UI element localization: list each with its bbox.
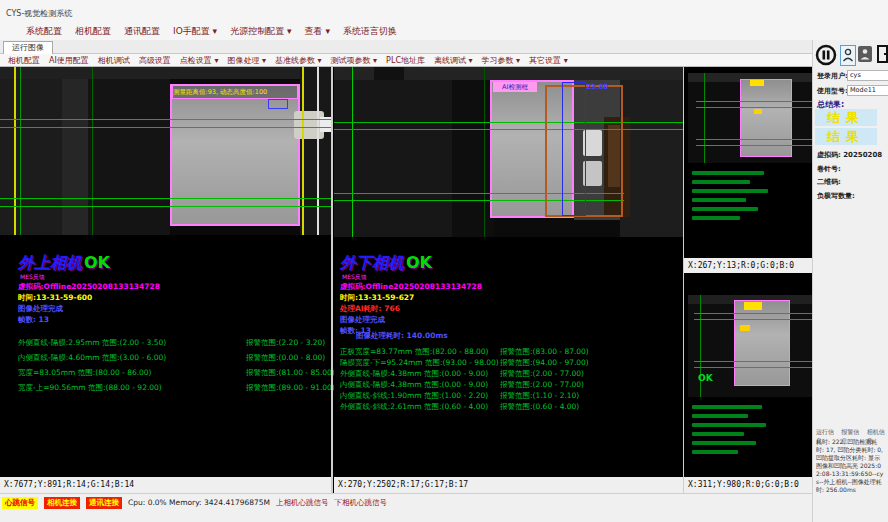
menu-bar: 系统配置 相机配置 通讯配置 IO手配置 ▾ 光源控制配置 ▾ 查看 ▾ 系统语…	[0, 22, 888, 40]
tool-offline-debug[interactable]: 离线调试 ▾	[434, 55, 473, 66]
yellow-marker	[744, 302, 762, 310]
measurement-row: 隔膜宽度-下=95.24mm 范围:(93.00 - 98.00)报警范围:(9…	[340, 358, 680, 369]
tool-learning-params[interactable]: 学习参数 ▾	[482, 55, 521, 66]
pixel-coords-left: X:7677;Y:891;R:14;G:14;B:14	[0, 477, 331, 493]
measurement-list: 正极宽度=83.77mm 范围:(82.00 - 88.00)报警范围:(83.…	[340, 347, 680, 413]
virtual-barcode: 虚拟码:Offline20250208133134728	[340, 281, 482, 292]
user-icon	[841, 46, 855, 64]
process-done: 图像处理完成	[18, 303, 160, 314]
status-ok: OK	[406, 253, 432, 272]
tool-plc-address[interactable]: PLC地址库	[386, 55, 425, 66]
measurement-row: 正极宽度=83.77mm 范围:(82.00 - 88.00)报警范围:(83.…	[340, 347, 680, 358]
menu-item-light-config[interactable]: 光源控制配置 ▾	[230, 25, 291, 38]
tool-spot-check[interactable]: 点检设置 ▾	[180, 55, 219, 66]
result-indicator-1: 结果	[815, 109, 877, 126]
exit-button[interactable]	[875, 44, 888, 64]
status-ok: OK	[698, 373, 713, 383]
pixel-coords-side-top: X:267;Y:13;R:0;G:0;B:0	[684, 258, 812, 273]
measure-line	[0, 119, 331, 120]
capture-time: 时间:13-31-59-600	[18, 292, 160, 303]
measurement-row: 宽度=83.05mm 范围:(80.00 - 86.00)报警范围:(81.00…	[18, 368, 328, 383]
menu-item-view[interactable]: 查看 ▾	[305, 25, 330, 38]
ai-measure-value: 23.80	[586, 83, 608, 91]
model-value[interactable]: Mode11	[847, 85, 888, 96]
measurement-row: 内侧直线-斜线:1.90mm 范围:(1.00 - 2.20)报警范围:(1.1…	[340, 391, 680, 402]
measurement-row: 外侧直线-斜线:2.61mm 范围:(0.60 - 4.00)报警范围:(0.6…	[340, 402, 680, 413]
barcode-label: 虚拟码: 20250208	[817, 150, 882, 160]
tool-other-settings[interactable]: 其它设置 ▾	[529, 55, 568, 66]
menu-item-io-config[interactable]: IO手配置 ▾	[173, 25, 217, 38]
yellow-marker	[750, 80, 764, 86]
measure-line	[0, 206, 331, 207]
tool-advanced-settings[interactable]: 高级设置	[139, 55, 171, 66]
upper-cam-heartbeat: 上相机心跳信号	[276, 497, 329, 508]
tool-ai-config[interactable]: AI使用配置	[49, 55, 89, 66]
result-indicator-2: 结果	[815, 128, 877, 145]
login-user-value[interactable]: cys	[847, 70, 888, 81]
tool-test-params[interactable]: 测试项参数 ▾	[331, 55, 378, 66]
pause-button[interactable]	[815, 44, 837, 66]
menu-item-camera-config[interactable]: 相机配置	[75, 25, 111, 38]
camera-view-side-bottom[interactable]: OK	[684, 273, 812, 477]
yellow-guide-line	[302, 67, 304, 235]
overlay-measure-label: 测量距离值:93, 动态高度值:100	[172, 85, 298, 99]
operator-button[interactable]	[858, 46, 872, 62]
window-titlebar: CYS-视觉检测系统	[0, 0, 888, 23]
white-edge-line	[317, 67, 319, 235]
control-side-panel: 登录用户: cys 使用型号: Mode11 总结果: 结果 结果 虚拟码: 2…	[812, 40, 888, 522]
camera-link-badge: 相机连接	[44, 497, 80, 509]
neg-count-label: 负极写数量:	[817, 191, 855, 201]
menu-item-language[interactable]: 系统语言切换	[343, 25, 397, 38]
yellow-guide-line	[14, 67, 16, 235]
lower-cam-heartbeat: 下相机心跳信号	[335, 497, 388, 508]
tool-baseline-params[interactable]: 基准线参数 ▾	[275, 55, 322, 66]
qrcode-label: 二维码:	[817, 177, 841, 187]
menu-item-comm-config[interactable]: 通讯配置	[124, 25, 160, 38]
log-text: 耗时: 222, 凹陷检测耗时: 17, 凹陷分类耗时: 0, 凹陷提取分区耗时…	[816, 438, 885, 494]
menu-item-system-config[interactable]: 系统配置	[26, 25, 62, 38]
model-label: 使用型号:	[817, 86, 848, 96]
measurement-row: 外侧直线-隔膜:4.38mm 范围:(0.00 - 9.00)报警范围:(2.0…	[340, 369, 680, 380]
result-info: 虚拟码:Offline20250208133134728 时间:13-31-59…	[18, 281, 160, 325]
measurement-row: 宽度-上=90.56mm 范围:(88.00 - 92.00)报警范围:(89.…	[18, 383, 328, 398]
tool-camera-config[interactable]: 相机配置	[8, 55, 40, 66]
yellow-marker	[740, 325, 750, 331]
measurement-list: 外侧直线-隔膜:2.95mm 范围:(2.00 - 3.50)报警范围:(2.2…	[18, 338, 328, 398]
tool-image-processing[interactable]: 图像处理 ▾	[227, 55, 266, 66]
toolbar: 相机配置 AI使用配置 相机调试 高级设置 点检设置 ▾ 图像处理 ▾ 基准线参…	[0, 54, 812, 67]
measure-line	[334, 122, 683, 123]
panel-divider	[331, 67, 333, 493]
measure-line	[334, 129, 683, 130]
tool-camera-debug[interactable]: 相机调试	[98, 55, 130, 66]
window-title: CYS-视觉检测系统	[6, 8, 72, 19]
login-user-label: 登录用户:	[817, 71, 848, 81]
camera-view-side-top[interactable]	[684, 67, 812, 258]
camera-view-lower-outer[interactable]: AI检测框 23.80 外下相机OK MES反馈 虚拟码:Offline2025…	[334, 67, 683, 493]
process-time: 图像处理耗时: 140.00ms	[356, 330, 448, 341]
measure-line	[0, 198, 331, 199]
left-scene: 测量距离值:93, 动态高度值:100	[0, 67, 331, 235]
measure-line	[0, 127, 331, 128]
middle-scene: AI检测框 23.80	[334, 67, 683, 237]
ai-box-label: AI检测框	[493, 82, 537, 92]
barcode-value: 20250208	[843, 151, 882, 159]
heartbeat-badge: 心跳信号	[2, 497, 38, 509]
virtual-barcode: 虚拟码:Offline20250208133134728	[18, 281, 160, 292]
process-done: 图像处理完成	[340, 314, 482, 325]
capture-time: 时间:13-31-59-627	[340, 292, 482, 303]
roi-value-box	[268, 99, 288, 109]
pixel-coords-side-bottom: X:311;Y:980;R:0;G:0;B:0	[684, 477, 812, 493]
ai-roi-box	[562, 82, 586, 216]
user-mode-button[interactable]	[840, 45, 856, 66]
side-camera-column: X:267;Y:13;R:0;G:0;B:0 OK X:311;Y:980;R:…	[684, 67, 812, 493]
comm-link-badge: 通讯连接	[86, 497, 122, 509]
frame-count: 帧数: 13	[18, 314, 160, 325]
operator-icon	[858, 46, 872, 62]
tab-run-image[interactable]: 运行图像	[3, 41, 53, 54]
app-window: CYS-视觉检测系统 系统配置 相机配置 通讯配置 IO手配置 ▾ 光源控制配置…	[0, 0, 888, 522]
camera-view-upper-outer[interactable]: 测量距离值:93, 动态高度值:100 外上相机OK MES反馈 虚拟码:Off…	[0, 67, 331, 493]
status-bar: 心跳信号 相机连接 通讯连接 Cpu: 0.0% Memory: 3424.41…	[0, 493, 812, 522]
tab-strip: 运行图像	[0, 40, 812, 54]
result-title: 外上相机OK	[18, 253, 110, 274]
measurement-row: 外侧直线-隔膜:2.95mm 范围:(2.00 - 3.50)报警范围:(2.2…	[18, 338, 328, 353]
